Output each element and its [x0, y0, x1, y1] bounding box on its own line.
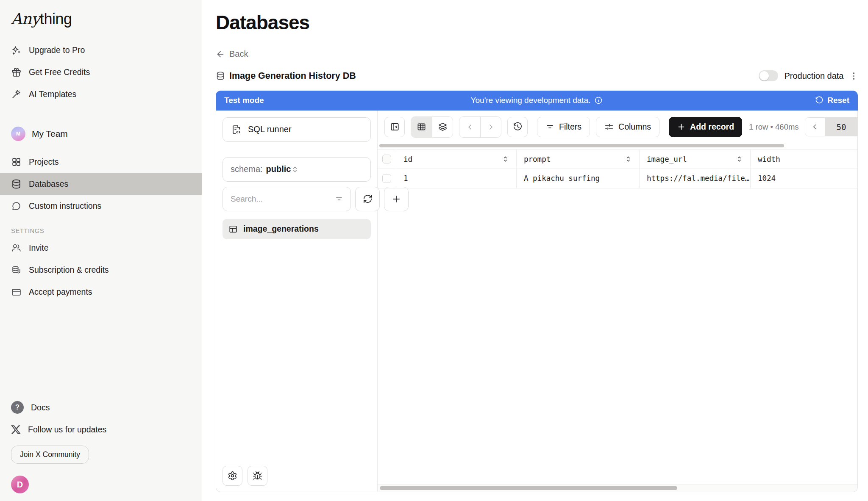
prev-record-button[interactable]: [459, 117, 480, 137]
column-header-label: prompt: [524, 155, 551, 163]
scrollbar-thumb[interactable]: [380, 486, 677, 490]
test-mode-label: Test mode: [224, 96, 264, 105]
view-mode-switch: [411, 116, 453, 138]
x-logo-icon: [11, 425, 21, 435]
column-header-width[interactable]: width: [751, 149, 857, 169]
coins-icon: [11, 265, 22, 275]
chevrons-up-down-icon: [291, 165, 299, 174]
user-avatar[interactable]: D: [11, 476, 29, 493]
column-header-image-url[interactable]: image_url: [640, 149, 751, 169]
sidebar-item-docs[interactable]: ? Docs: [0, 396, 202, 418]
help-icon: ?: [11, 401, 24, 414]
column-header-id[interactable]: id: [396, 149, 517, 169]
column-header-prompt[interactable]: prompt: [517, 149, 640, 169]
search-input[interactable]: [231, 194, 334, 204]
select-all-checkbox[interactable]: [382, 155, 391, 163]
cell-width[interactable]: 1024: [751, 169, 857, 188]
database-icon: [11, 179, 22, 189]
refresh-button[interactable]: [355, 187, 380, 211]
add-record-button[interactable]: Add record: [669, 117, 742, 137]
table-list-item-image-generations[interactable]: image_generations: [223, 219, 371, 239]
bug-icon: [253, 471, 262, 481]
sidebar-item-ai-templates[interactable]: AI Templates: [0, 83, 202, 105]
history-button[interactable]: [507, 117, 528, 137]
collapse-sidebar-button[interactable]: [384, 117, 405, 137]
columns-label: Columns: [618, 122, 651, 132]
chat-bubble-icon: [11, 201, 22, 211]
cell-prompt[interactable]: A pikachu surfing: [517, 169, 640, 188]
table-icon: [228, 224, 238, 234]
filter-lines-icon[interactable]: [334, 194, 344, 204]
debug-button[interactable]: [248, 466, 267, 486]
sort-icon[interactable]: [625, 155, 632, 163]
test-mode-banner: Test mode You're viewing development dat…: [216, 91, 858, 111]
sidebar-item-accept-payments[interactable]: Accept payments: [0, 281, 202, 303]
layers-view-button[interactable]: [432, 117, 453, 137]
file-code-icon: [231, 125, 242, 135]
sidebar-item-follow-updates[interactable]: Follow us for updates: [0, 418, 202, 440]
plus-icon: [677, 122, 686, 131]
sql-runner-button[interactable]: SQL runner: [223, 117, 371, 142]
app-root: Anything Upgrade to Pro Get Free Credits…: [0, 0, 868, 501]
grid-toolbar: Filters Columns Add reco: [378, 111, 857, 143]
sidebar-item-custom-instructions[interactable]: Custom instructions: [0, 195, 202, 217]
layers-icon: [438, 122, 448, 132]
filters-button[interactable]: Filters: [537, 117, 590, 137]
gift-icon: [11, 67, 22, 78]
row-checkbox[interactable]: [382, 174, 391, 183]
info-icon[interactable]: [594, 96, 603, 105]
sidebar-item-invite[interactable]: Invite: [0, 237, 202, 259]
prev-page-button[interactable]: [805, 118, 825, 136]
sort-icon[interactable]: [502, 155, 509, 163]
pagination-control: 50 0: [805, 117, 858, 136]
back-label: Back: [229, 49, 248, 59]
schema-select[interactable]: schema: public: [223, 157, 371, 182]
scrollbar-thumb[interactable]: [379, 144, 784, 147]
grid-empty-space: [378, 188, 857, 484]
database-title: Image Generation History DB: [216, 71, 356, 81]
reset-icon: [815, 96, 823, 105]
columns-button[interactable]: Columns: [596, 117, 659, 137]
production-data-toggle[interactable]: [759, 70, 778, 81]
team-switcher[interactable]: M My Team: [0, 123, 202, 145]
users-icon: [11, 243, 22, 253]
sidebar-item-label: Get Free Credits: [29, 67, 90, 77]
table-view-button[interactable]: [411, 117, 432, 137]
table-row[interactable]: 1 A pikachu surfing https://fal.media/fi…: [378, 169, 857, 188]
sidebar-item-get-free-credits[interactable]: Get Free Credits: [0, 61, 202, 83]
database-name: Image Generation History DB: [229, 71, 356, 81]
sidebar-item-upgrade-to-pro[interactable]: Upgrade to Pro: [0, 39, 202, 61]
brand-logo-italic: Any: [11, 10, 40, 28]
row-checkbox-cell: [378, 169, 396, 188]
page-values[interactable]: 50 0: [825, 118, 858, 136]
result-summary: 1 row • 460ms: [749, 122, 799, 132]
column-header-label: id: [403, 155, 412, 163]
brand-logo[interactable]: Anything: [0, 7, 202, 28]
team-avatar: M: [11, 127, 25, 141]
cell-id[interactable]: 1: [396, 169, 517, 188]
join-x-community-button[interactable]: Join X Community: [11, 446, 89, 464]
add-record-label: Add record: [690, 122, 734, 132]
grid-icon: [11, 157, 22, 167]
chevron-right-icon: [487, 123, 495, 131]
back-link[interactable]: Back: [216, 49, 248, 59]
sparkles-icon: [11, 45, 22, 55]
database-panel: Test mode You're viewing development dat…: [216, 91, 858, 493]
schema-prefix: schema:: [231, 164, 263, 174]
reset-label: Reset: [827, 96, 849, 105]
sort-icon[interactable]: [736, 155, 743, 163]
sidebar-item-subscription-credits[interactable]: Subscription & credits: [0, 259, 202, 281]
cell-image-url[interactable]: https://fal.media/file…: [640, 169, 751, 188]
reset-button[interactable]: Reset: [815, 96, 849, 105]
banner-message: You're viewing development data.: [471, 96, 591, 105]
table-browser-pane: SQL runner schema: public: [216, 111, 378, 492]
sidebar-item-label: Custom instructions: [29, 201, 101, 211]
settings-button[interactable]: [223, 466, 242, 486]
page-title: Databases: [216, 11, 858, 34]
next-record-button[interactable]: [480, 117, 501, 137]
sidebar-item-databases[interactable]: Databases: [0, 173, 202, 195]
more-options-icon[interactable]: [850, 70, 858, 82]
header-checkbox-cell: [378, 149, 396, 169]
settings-section-label: SETTINGS: [11, 227, 191, 234]
sidebar-item-projects[interactable]: Projects: [0, 151, 202, 173]
